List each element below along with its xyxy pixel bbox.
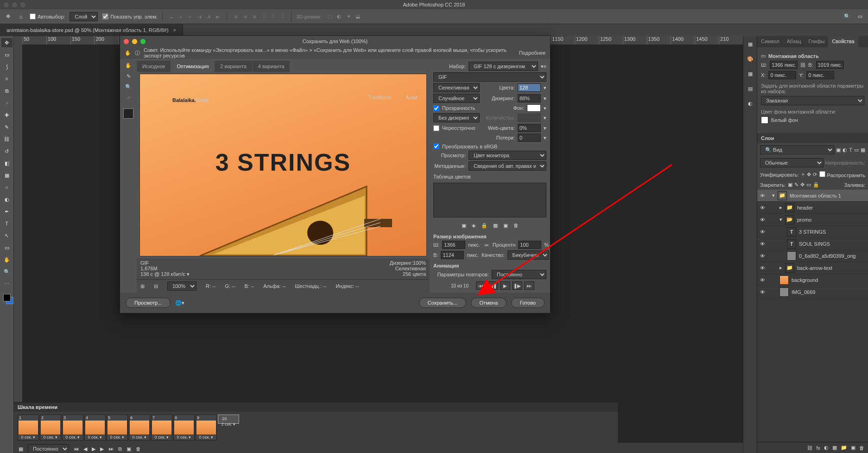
image-size-row[interactable]: Ш:пикс. ⫘ Процентн% (433, 241, 546, 249)
pen-tool[interactable]: ✒ (1, 207, 13, 216)
done-button[interactable]: Готово (511, 298, 545, 308)
blend-mode[interactable]: Обычные (760, 158, 824, 167)
layer-row[interactable]: 👁TSOUL SINGS (757, 238, 868, 250)
panel-strip[interactable]: ▦ 🎨 ▦ ▤ ◐ (743, 36, 757, 453)
timeline-frames[interactable]: 10 сек. ▾20 сек. ▾30 сек. ▾40 сек. ▾50 с… (14, 412, 618, 443)
layers-list[interactable]: 👁▾📁Монтажная область 1👁▸📁header👁▾📂promo👁… (757, 190, 868, 442)
timeline-controls[interactable]: ▦ Постоянно ⏮◀ ▶▶ ⏭ ⧉▣🗑 (14, 443, 618, 453)
timeline-frame[interactable]: 30 сек. ▾ (62, 415, 83, 440)
dialog-view-tabs[interactable]: ИсходноеОптимизация 2 варианта4 варианта (137, 59, 430, 72)
brush-tool[interactable]: ✎ (1, 122, 13, 132)
artboard-preset[interactable]: Заказная (761, 96, 864, 105)
autoselect-checkbox[interactable]: Автовыбор: (30, 13, 65, 19)
lasso-tool[interactable]: ⟆ (1, 62, 13, 71)
timeline-frame[interactable]: 10 сек. ▾ (18, 415, 39, 440)
layers-filter[interactable]: 🔍 Вид ▣◐ T▭▦ (757, 143, 868, 156)
document-tab[interactable]: animtaion-balalaika-store.psd @ 50% (Мон… (0, 24, 183, 36)
dialog-toolbar[interactable]: ✋✎ 🔍⟋ (120, 59, 137, 293)
browser-icon[interactable]: 🌐▾ (175, 300, 184, 306)
layer-row[interactable]: 👁▾📁Монтажная область 1 (757, 190, 868, 202)
layer-row[interactable]: 👁background (757, 274, 868, 286)
color-table[interactable] (433, 183, 546, 217)
preview-dropdown[interactable]: Цвет монитора (469, 151, 546, 160)
transparency-checkbox[interactable] (433, 105, 439, 111)
color-swatches[interactable] (3, 294, 11, 309)
dither-input[interactable] (518, 94, 541, 102)
distribute-icons[interactable]: ≡≡≡⋮⋮⋮ (232, 13, 286, 21)
layer-row[interactable]: 👁IMG_0669 (757, 286, 868, 298)
workspace-icon[interactable]: ▭ (856, 13, 864, 21)
color-table-icons[interactable]: ▣◈🔒▩▣🗑 (433, 221, 546, 230)
timeline-frame[interactable]: 90 сек. ▾ (196, 415, 217, 440)
preset-dropdown[interactable]: GIF 128 с дизерингом (469, 62, 538, 71)
shape-tool[interactable]: ▭ (1, 243, 13, 252)
learn-more-link[interactable]: Подробнее (519, 50, 545, 56)
metadata-dropdown[interactable]: Сведения об авт. правах и контакты (469, 161, 546, 171)
preview-zoom[interactable]: 100% (167, 281, 196, 291)
cancel-button[interactable]: Отмена (471, 298, 507, 308)
matte-color[interactable] (527, 104, 541, 112)
timeline-frame[interactable]: 50 сек. ▾ (107, 415, 128, 440)
timeline-frame[interactable]: 40 сек. ▾ (84, 415, 106, 440)
animation-controls[interactable]: 10 из 10 ⏮◀❚▶❚▶⏭ (433, 281, 546, 290)
window-controls[interactable] (4, 2, 25, 7)
dialog-titlebar[interactable]: Сохранить для Web (100%) (120, 36, 550, 47)
eraser-tool[interactable]: ◧ (1, 159, 13, 168)
path-tool[interactable]: ↖ (1, 231, 13, 240)
reduction-dropdown[interactable]: Селективная (433, 83, 480, 92)
stamp-tool[interactable]: ⛓ (1, 134, 13, 144)
loop-dropdown[interactable]: Постоянно (28, 444, 69, 453)
timeline-frame[interactable]: 80 сек. ▾ (173, 415, 195, 440)
colors-input[interactable] (518, 83, 541, 92)
dialog-window-controls[interactable] (124, 39, 146, 44)
timeline-frame[interactable]: 60 сек. ▾ (129, 415, 150, 440)
heal-tool[interactable]: ✚ (1, 110, 13, 120)
properties-tabs[interactable]: СимволАбзац ГлифыСвойства (757, 36, 868, 47)
gradient-tool[interactable]: ▦ (1, 171, 13, 180)
preview-button[interactable]: Просмотр... (126, 298, 171, 308)
autoselect-dropdown[interactable]: Слой (70, 12, 98, 21)
crop-tool[interactable]: ⧉ (1, 86, 13, 96)
interlaced-checkbox[interactable] (433, 125, 439, 131)
move-tool[interactable]: ✥ (1, 38, 13, 47)
align-icons[interactable]: ⫠⫞⫟ ⫣⫡⫢ (167, 13, 222, 21)
filter-shape-icon: ▭ (854, 147, 859, 153)
dodge-tool[interactable]: ◐ (1, 195, 13, 204)
save-button[interactable]: Сохранить... (419, 298, 466, 308)
marquee-tool[interactable]: ▭ (1, 50, 13, 59)
timeline-frame[interactable]: 70 сек. ▾ (151, 415, 172, 440)
artboard-x[interactable] (768, 71, 796, 79)
layer-row[interactable]: 👁0_6a882_a5d90399_orig (757, 250, 868, 262)
artboard-width[interactable] (770, 61, 798, 69)
layers-footer[interactable]: ⛓fx◐▩📁▣🗑 (757, 442, 868, 453)
edit-toolbar[interactable]: ⋯ (1, 279, 13, 288)
wand-tool[interactable]: ✧ (1, 74, 13, 83)
eyedropper-tool[interactable]: ⟋ (1, 98, 13, 108)
timeline-frame[interactable]: 20 сек. ▾ (40, 415, 61, 440)
blur-tool[interactable]: ○ (1, 183, 13, 192)
loop-options-dropdown[interactable]: Постоянно (492, 270, 546, 279)
preview-area[interactable]: Balalaika.Store TraditionalAcad 3 STRING… (139, 74, 427, 256)
search-icon[interactable]: 🔍 (843, 13, 851, 21)
show-controls-checkbox[interactable]: Показать упр. элем. (102, 13, 158, 19)
hand-tool[interactable]: ✋ (1, 255, 13, 264)
layer-row[interactable]: 👁▸📁back-arrow-text (757, 262, 868, 274)
dither-method[interactable]: Случайное (433, 94, 480, 103)
next-frame-icon: ▶ (100, 446, 104, 452)
dialog-hint: ✋ⓘ Совет. Используйте команду «Экспортир… (120, 47, 550, 59)
history-brush-tool[interactable]: ↺ (1, 147, 13, 156)
image-size-row2[interactable]: В:пикс. Качество:Бикубическая (433, 250, 546, 260)
trans-dither-dropdown[interactable]: Без дизеринга проз... (433, 113, 480, 122)
home-icon[interactable]: ⌂ (17, 13, 25, 21)
first-icon: ⏮ (476, 281, 486, 290)
layer-row[interactable]: 👁T3 STRINGS (757, 226, 868, 238)
layer-row[interactable]: 👁▾📂promo (757, 214, 868, 226)
zoom-tool[interactable]: 🔍 (1, 267, 13, 276)
format-dropdown[interactable]: GIF (433, 72, 546, 82)
timeline-frame[interactable]: 102 сек. ▾ (218, 415, 239, 424)
layer-row[interactable]: 👁▸📁header (757, 202, 868, 214)
type-tool[interactable]: T (1, 219, 13, 228)
artboard-y[interactable] (806, 71, 834, 79)
artboard-height[interactable] (816, 61, 844, 69)
srgb-checkbox[interactable] (433, 143, 439, 149)
